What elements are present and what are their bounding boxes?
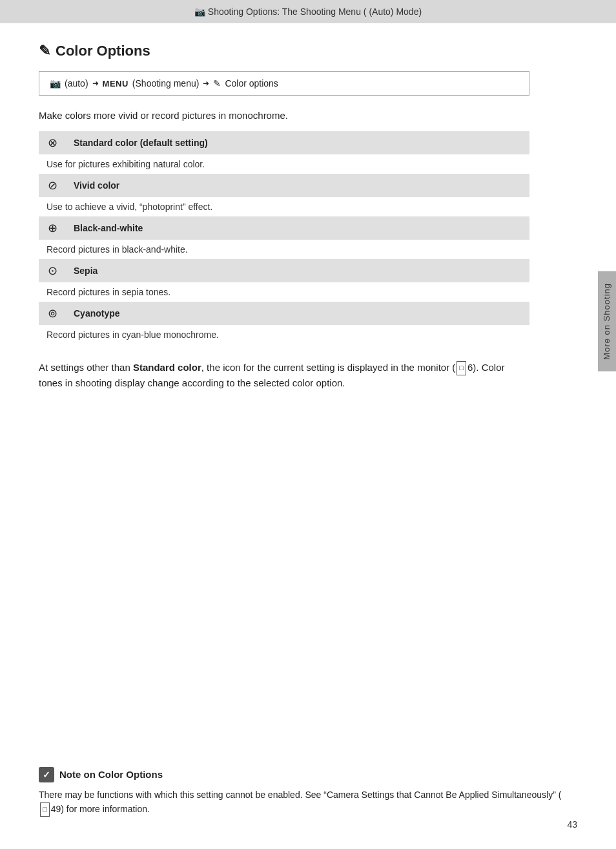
option-name: Black-and-white bbox=[74, 223, 143, 233]
note-body: There may be functions with which this s… bbox=[39, 788, 564, 817]
note-body-text: There may be functions with which this s… bbox=[39, 790, 561, 800]
black-and-white-icon: ⊕ bbox=[48, 222, 57, 235]
nav-camera-icon: 📷 bbox=[50, 78, 61, 89]
footer-bold: Standard color bbox=[133, 362, 201, 373]
option-desc-cell: Use to achieve a vivid, “photoprint” eff… bbox=[39, 197, 529, 216]
table-row: Record pictures in black-and-white. bbox=[39, 240, 529, 259]
side-tab: More on Shooting bbox=[598, 271, 616, 372]
footer-text-part1: At settings other than bbox=[39, 362, 133, 373]
icon-cell: ⊗ bbox=[39, 131, 66, 154]
option-desc-text: Record pictures in cyan-blue monochrome. bbox=[46, 330, 219, 340]
option-desc-text: Use to achieve a vivid, “photoprint” eff… bbox=[46, 202, 212, 212]
table-row: Use to achieve a vivid, “photoprint” eff… bbox=[39, 197, 529, 216]
option-name: Standard color (default setting) bbox=[74, 138, 208, 148]
sepia-icon: ⊙ bbox=[48, 264, 57, 277]
option-desc-cell: Record pictures in sepia tones. bbox=[39, 282, 529, 302]
note-title-text: Note on Color Options bbox=[59, 769, 163, 780]
option-name-cell: Black-and-white bbox=[66, 216, 529, 240]
page-title: ✎ Color Options bbox=[39, 43, 529, 59]
nav-auto-label: (auto) bbox=[65, 78, 88, 89]
page-number: 43 bbox=[567, 819, 577, 830]
side-tab-text: More on Shooting bbox=[602, 283, 611, 360]
footer-text-part2: , the icon for the current setting is di… bbox=[201, 362, 456, 373]
footer-text: At settings other than Standard color, t… bbox=[39, 360, 529, 391]
header-text: Shooting Options: The Shooting Menu ( (A… bbox=[208, 6, 422, 17]
title-icon: ✎ bbox=[39, 43, 50, 59]
nav-box: 📷 (auto) ➜ MENU (Shooting menu) ➜ ✎ Colo… bbox=[39, 71, 529, 96]
book-ref-icon-note: □ bbox=[40, 802, 50, 817]
option-desc-text: Record pictures in black-and-white. bbox=[46, 244, 188, 255]
option-desc-cell: Use for pictures exhibiting natural colo… bbox=[39, 154, 529, 174]
note-section: ✓ Note on Color Options There may be fun… bbox=[39, 767, 564, 817]
option-name-cell: Standard color (default setting) bbox=[66, 131, 529, 154]
option-desc-cell: Record pictures in black-and-white. bbox=[39, 240, 529, 259]
icon-cell: ⊘ bbox=[39, 174, 66, 197]
table-row: ⊚ Cyanotype bbox=[39, 302, 529, 325]
icon-cell: ⊕ bbox=[39, 216, 66, 240]
note-body-end: ) for more information. bbox=[61, 804, 150, 814]
icon-cell: ⊙ bbox=[39, 259, 66, 282]
table-row: Record pictures in cyan-blue monochrome. bbox=[39, 325, 529, 344]
option-desc-cell: Record pictures in cyan-blue monochrome. bbox=[39, 325, 529, 344]
book-ref-icon: □ bbox=[457, 361, 466, 375]
table-row: ⊗ Standard color (default setting) bbox=[39, 131, 529, 154]
option-name-cell: Cyanotype bbox=[66, 302, 529, 325]
vivid-color-icon: ⊘ bbox=[48, 179, 57, 192]
option-name: Sepia bbox=[74, 266, 98, 276]
icon-cell: ⊚ bbox=[39, 302, 66, 325]
option-desc-text: Record pictures in sepia tones. bbox=[46, 287, 170, 297]
option-desc-text: Use for pictures exhibiting natural colo… bbox=[46, 159, 205, 169]
option-name-cell: Sepia bbox=[66, 259, 529, 282]
option-name: Vivid color bbox=[74, 180, 119, 191]
nav-arrow1: ➜ bbox=[92, 79, 99, 88]
cyanotype-icon: ⊚ bbox=[48, 307, 57, 320]
table-row: Use for pictures exhibiting natural colo… bbox=[39, 154, 529, 174]
page-header: 📷 Shooting Options: The Shooting Menu ( … bbox=[0, 0, 616, 23]
table-row: Record pictures in sepia tones. bbox=[39, 282, 529, 302]
standard-color-icon: ⊗ bbox=[48, 136, 57, 149]
page-number-text: 43 bbox=[567, 819, 577, 830]
title-text: Color Options bbox=[56, 43, 150, 59]
nav-menu-label: MENU bbox=[103, 79, 128, 89]
option-name-cell: Vivid color bbox=[66, 174, 529, 197]
note-title: ✓ Note on Color Options bbox=[39, 767, 564, 782]
header-camera-icon: 📷 bbox=[194, 6, 205, 17]
nav-color-label: Color options bbox=[225, 78, 278, 89]
table-row: ⊘ Vivid color bbox=[39, 174, 529, 197]
nav-arrow2: ➜ bbox=[203, 79, 209, 88]
option-name: Cyanotype bbox=[74, 308, 120, 319]
table-row: ⊙ Sepia bbox=[39, 259, 529, 282]
table-row: ⊕ Black-and-white bbox=[39, 216, 529, 240]
options-table: ⊗ Standard color (default setting) Use f… bbox=[39, 131, 529, 344]
note-checkmark-icon: ✓ bbox=[39, 767, 54, 782]
nav-color-icon: ✎ bbox=[213, 78, 221, 89]
intro-text: Make colors more vivid or record picture… bbox=[39, 110, 529, 121]
nav-menu-desc: (Shooting menu) bbox=[132, 78, 200, 89]
note-ref: 49 bbox=[51, 804, 61, 814]
